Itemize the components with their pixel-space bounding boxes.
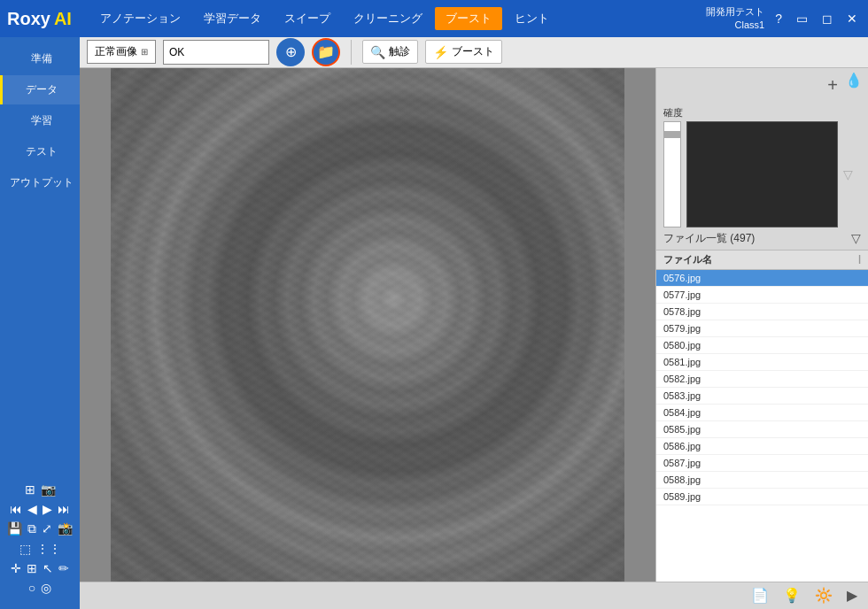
confidence-display: ▽ bbox=[663, 121, 861, 227]
interference-pattern bbox=[111, 68, 624, 582]
circle-icon[interactable]: ○ bbox=[28, 581, 35, 595]
move-icon[interactable]: ✛ bbox=[11, 561, 21, 575]
file-row[interactable]: 0581.jpg bbox=[656, 354, 868, 371]
expand-icon[interactable]: ⤢ bbox=[42, 521, 52, 536]
file-row[interactable]: 0580.jpg bbox=[656, 337, 868, 354]
bottom-play-icon[interactable]: ▶ bbox=[843, 585, 861, 605]
confidence-canvas bbox=[686, 121, 838, 227]
sidebar-icon-row-3: 💾 ⧉ ⤢ 📸 bbox=[7, 521, 73, 536]
playback-next-icon[interactable]: ⏭ bbox=[58, 502, 70, 516]
image-type-button[interactable]: 正常画像 ⊞ bbox=[87, 40, 156, 64]
file-row[interactable]: 0587.jpg bbox=[656, 455, 868, 472]
plus-circle-icon: ⊕ bbox=[285, 43, 297, 60]
file-row[interactable]: 0576.jpg bbox=[656, 270, 868, 287]
bottom-file-icon[interactable]: 📄 bbox=[748, 585, 772, 605]
diagnosis-label: 触診 bbox=[389, 44, 410, 59]
boost-button[interactable]: ⚡ ブースト bbox=[425, 40, 502, 64]
sidebar-item-output[interactable]: アウトプット bbox=[0, 168, 80, 197]
bottom-toolbar: 📄 💡 🔆 ▶ bbox=[80, 582, 868, 609]
save-icon[interactable]: 💾 bbox=[7, 521, 22, 536]
nav-learning-data[interactable]: 学習データ bbox=[193, 7, 272, 30]
file-row[interactable]: 0583.jpg bbox=[656, 388, 868, 405]
sidebar: 準備 データ 学習 テスト アウトプット ⊞ 📷 ⏮ ◀ ▶ ⏭ 💾 ⧉ ⤢ 📸 bbox=[0, 37, 80, 609]
pen-icon[interactable]: ✏ bbox=[58, 561, 69, 575]
file-list-header: ファイル一覧 (497) ▽ bbox=[656, 227, 868, 251]
file-row[interactable]: 0577.jpg bbox=[656, 287, 868, 304]
sidebar-item-test[interactable]: テスト bbox=[0, 137, 80, 166]
maximize-button[interactable]: ◻ bbox=[818, 10, 836, 27]
image-type-label: 正常画像 bbox=[95, 44, 137, 59]
file-table-body[interactable]: 0576.jpg0577.jpg0578.jpg0579.jpg0580.jpg… bbox=[656, 270, 868, 582]
add-item-button[interactable]: + bbox=[820, 72, 845, 99]
file-col-header: ファイル名 bbox=[663, 253, 712, 266]
table-icon[interactable]: ⊞ bbox=[27, 561, 37, 575]
camera-icon[interactable]: 📷 bbox=[41, 482, 56, 497]
filter-right-icon[interactable]: ▽ bbox=[843, 167, 853, 181]
dots-icon[interactable]: ⋮⋮ bbox=[36, 542, 61, 556]
cursor-icon[interactable]: ↖ bbox=[43, 561, 53, 575]
toolbar: 正常画像 ⊞ ⊕ 📁 🔍 触診 ⚡ ブースト bbox=[80, 37, 868, 68]
image-viewer[interactable] bbox=[80, 68, 655, 582]
right-preview-section: + 💧 確度 ▽ bbox=[656, 68, 868, 227]
help-button[interactable]: ? bbox=[771, 10, 786, 27]
playback-play-icon[interactable]: ▶ bbox=[43, 502, 52, 516]
nav-annotation[interactable]: アノテーション bbox=[89, 7, 191, 30]
file-row[interactable]: 0585.jpg bbox=[656, 421, 868, 438]
sidebar-item-prepare[interactable]: 準備 bbox=[0, 44, 80, 73]
close-button[interactable]: ✕ bbox=[843, 10, 861, 27]
confidence-slider[interactable] bbox=[663, 121, 681, 227]
file-list-section: ファイル一覧 (497) ▽ ファイル名 | 0576.jpg0577.jpg0… bbox=[656, 227, 868, 582]
diagnosis-button[interactable]: 🔍 触診 bbox=[362, 40, 418, 64]
file-row[interactable]: 0586.jpg bbox=[656, 438, 868, 455]
titlebar-right: 開発用テスト Class1 ? ▭ ◻ ✕ bbox=[706, 5, 861, 33]
sidebar-icon-row-4: ⬚ ⋮⋮ bbox=[19, 542, 61, 556]
sidebar-icons-bottom: ⊞ 📷 ⏮ ◀ ▶ ⏭ 💾 ⧉ ⤢ 📸 ⬚ ⋮⋮ ✛ ⊞ bbox=[4, 475, 76, 602]
confidence-thumb[interactable] bbox=[664, 131, 680, 138]
toolbar-separator-1 bbox=[351, 40, 352, 65]
diagnosis-icon: 🔍 bbox=[370, 45, 385, 59]
label-input[interactable] bbox=[163, 40, 269, 65]
confidence-section: 確度 ▽ bbox=[656, 103, 868, 231]
folder-button[interactable]: 📁 bbox=[312, 38, 340, 66]
sidebar-icon-row-1: ⊞ 📷 bbox=[25, 482, 56, 497]
nav-menu: アノテーション 学習データ スイープ クリーニング ブースト ヒント bbox=[89, 7, 706, 30]
drop-button[interactable]: 💧 bbox=[845, 72, 863, 99]
select-icon[interactable]: ⬚ bbox=[19, 542, 31, 556]
file-row[interactable]: 0584.jpg bbox=[656, 405, 868, 421]
grid-small-icon: ⊞ bbox=[141, 47, 148, 57]
file-row[interactable]: 0579.jpg bbox=[656, 320, 868, 337]
add-image-button[interactable]: ⊕ bbox=[276, 38, 305, 66]
user-name: 開発用テスト bbox=[706, 5, 764, 19]
file-table-header: ファイル名 | bbox=[656, 251, 868, 270]
boost-icon: ⚡ bbox=[433, 45, 448, 59]
playback-back-icon[interactable]: ◀ bbox=[27, 502, 37, 516]
file-row[interactable]: 0578.jpg bbox=[656, 304, 868, 320]
file-filter-icon[interactable]: ▽ bbox=[851, 231, 861, 245]
file-row[interactable]: 0589.jpg bbox=[656, 489, 868, 505]
content-area: 正常画像 ⊞ ⊕ 📁 🔍 触診 ⚡ ブースト bbox=[80, 37, 868, 609]
nav-sweep[interactable]: スイープ bbox=[274, 7, 341, 30]
camera2-icon[interactable]: 📸 bbox=[58, 521, 73, 536]
grid-icon[interactable]: ⊞ bbox=[25, 482, 35, 497]
file-row[interactable]: 0588.jpg bbox=[656, 472, 868, 489]
sidebar-icon-row-6: ○ ◎ bbox=[28, 581, 51, 595]
file-row[interactable]: 0582.jpg bbox=[656, 371, 868, 388]
logo-ai: AI bbox=[54, 9, 72, 29]
file-list-title: ファイル一覧 (497) bbox=[663, 231, 755, 246]
nav-boost[interactable]: ブースト bbox=[435, 7, 502, 30]
target-icon[interactable]: ◎ bbox=[41, 581, 51, 595]
playback-prev-icon[interactable]: ⏮ bbox=[10, 502, 22, 516]
minimize-button[interactable]: ▭ bbox=[793, 10, 811, 27]
boost-label: ブースト bbox=[452, 44, 494, 59]
sidebar-icon-row-2: ⏮ ◀ ▶ ⏭ bbox=[10, 502, 70, 516]
copy-icon[interactable]: ⧉ bbox=[27, 521, 36, 536]
scroll-indicator: | bbox=[858, 253, 861, 266]
bottom-light-icon[interactable]: 💡 bbox=[779, 585, 804, 605]
file-table: ファイル名 | 0576.jpg0577.jpg0578.jpg0579.jpg… bbox=[656, 251, 868, 582]
bottom-brightness-icon[interactable]: 🔆 bbox=[811, 585, 836, 605]
sidebar-item-data[interactable]: データ bbox=[0, 75, 80, 104]
nav-hint[interactable]: ヒント bbox=[504, 7, 560, 30]
titlebar: RoxyAI アノテーション 学習データ スイープ クリーニング ブースト ヒン… bbox=[0, 0, 868, 37]
sidebar-item-learning[interactable]: 学習 bbox=[0, 106, 80, 135]
nav-cleaning[interactable]: クリーニング bbox=[343, 7, 433, 30]
